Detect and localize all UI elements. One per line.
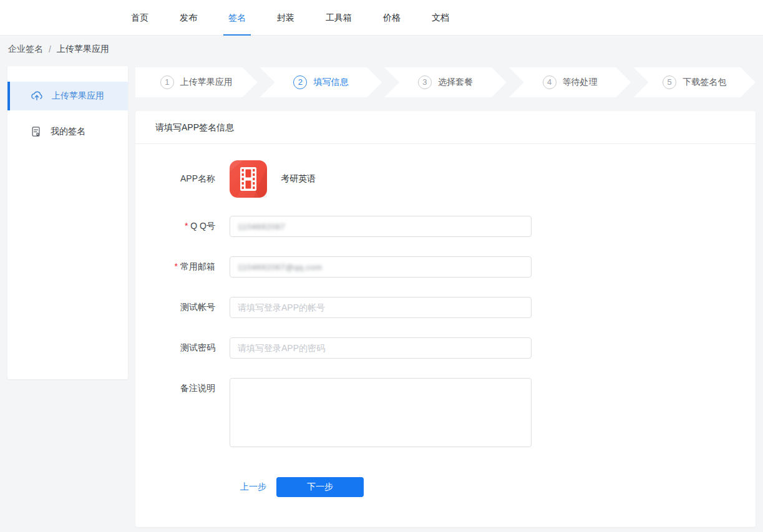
breadcrumb-current: 上传苹果应用 [57, 44, 109, 55]
step-3-choose-plan: 3 选择套餐 [384, 67, 507, 97]
breadcrumb-separator: / [49, 44, 51, 54]
nav-item-price[interactable]: 价格 [378, 0, 406, 36]
breadcrumb-parent[interactable]: 企业签名 [8, 44, 43, 55]
step-number: 1 [160, 75, 174, 89]
film-app-icon [230, 160, 267, 198]
signature-doc-icon [30, 125, 42, 138]
previous-step-link[interactable]: 上一步 [240, 481, 266, 493]
step-number: 3 [418, 75, 432, 89]
nav-item-docs[interactable]: 文档 [427, 0, 454, 36]
step-label: 填写信息 [313, 77, 348, 88]
panel-title: 请填写APP签名信息 [135, 111, 756, 144]
step-1-upload-app: 1 上传苹果应用 [135, 67, 258, 97]
step-label: 选择套餐 [438, 77, 473, 88]
sidebar-item-label: 上传苹果应用 [52, 90, 104, 102]
step-5-download-package: 5 下载签名包 [633, 67, 756, 97]
top-header: 首页 发布 签名 封装 工具箱 价格 文档 [0, 0, 763, 36]
step-wizard: 1 上传苹果应用 2 填写信息 3 选择套餐 4 等待处理 5 下载签名包 [135, 67, 756, 97]
remarks-textarea[interactable] [230, 378, 532, 447]
step-label: 下载签名包 [683, 77, 726, 88]
email-input[interactable]: 1104692067@qq.com [230, 256, 532, 278]
main-nav: 首页 发布 签名 封装 工具箱 价格 文档 [126, 0, 454, 36]
next-step-button[interactable]: 下一步 [276, 477, 364, 497]
form-row-email: *常用邮箱 1104692067@qq.com [135, 256, 756, 278]
test-account-input[interactable] [230, 297, 532, 318]
nav-item-publish[interactable]: 发布 [175, 0, 202, 36]
qq-input[interactable]: 1104692067 [230, 216, 532, 237]
breadcrumb: 企业签名 / 上传苹果应用 [0, 36, 763, 62]
sidebar: 上传苹果应用 我的签名 [7, 66, 128, 379]
form-row-remarks: 备注说明 [135, 378, 756, 450]
step-number: 2 [293, 75, 307, 89]
required-marker: * [175, 261, 178, 271]
qq-label: *Q Q号 [135, 221, 215, 232]
form-row-test-password: 测试密码 [135, 337, 756, 359]
form-row-test-account: 测试帐号 [135, 297, 756, 318]
sidebar-item-my-signatures[interactable]: 我的签名 [7, 117, 128, 146]
app-name-value: 考研英语 [281, 173, 316, 185]
email-redacted-value: 1104692067@qq.com [238, 263, 323, 272]
remarks-label: 备注说明 [135, 378, 215, 394]
sidebar-item-label: 我的签名 [51, 126, 85, 137]
nav-item-home[interactable]: 首页 [126, 0, 153, 36]
sign-info-panel: 请填写APP签名信息 APP名称 [135, 111, 756, 527]
step-4-wait-processing: 4 等待处理 [509, 67, 631, 97]
nav-item-toolbox[interactable]: 工具箱 [321, 0, 357, 36]
step-number: 4 [543, 75, 556, 89]
step-label: 等待处理 [563, 77, 598, 88]
form-row-app-name: APP名称 [135, 160, 756, 198]
form-actions: 上一步 下一步 [135, 477, 756, 497]
step-label: 上传苹果应用 [180, 77, 233, 88]
nav-item-sign[interactable]: 签名 [223, 0, 251, 36]
step-2-fill-info: 2 填写信息 [260, 67, 382, 97]
sign-info-form: APP名称 [135, 144, 756, 497]
test-account-label: 测试帐号 [135, 302, 215, 313]
qq-redacted-value: 1104692067 [238, 222, 285, 231]
nav-item-package[interactable]: 封装 [272, 0, 299, 36]
test-password-label: 测试密码 [135, 342, 215, 354]
sidebar-item-upload-ios-app[interactable]: 上传苹果应用 [7, 82, 128, 110]
test-password-input[interactable] [230, 337, 532, 359]
step-number: 5 [663, 75, 676, 89]
email-label: *常用邮箱 [135, 261, 215, 273]
app-name-label: APP名称 [135, 173, 215, 185]
cloud-upload-icon [30, 89, 44, 103]
form-row-qq: *Q Q号 1104692067 [135, 216, 756, 237]
required-marker: * [185, 221, 188, 231]
